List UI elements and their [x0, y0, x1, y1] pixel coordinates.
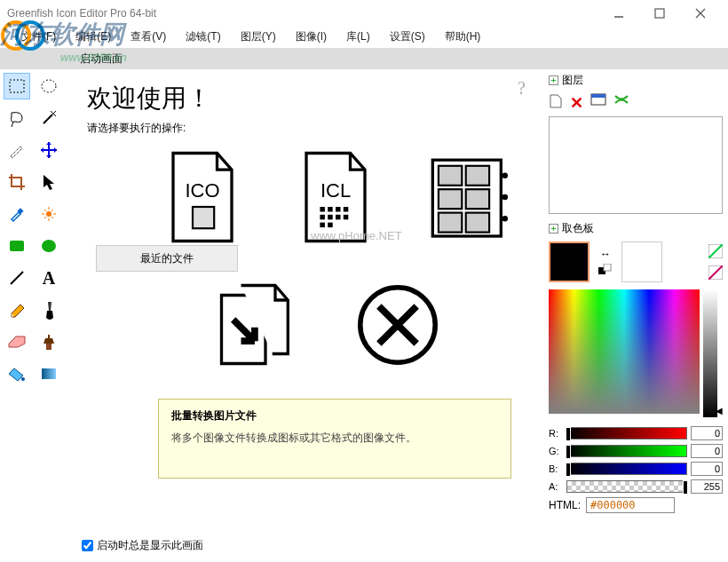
welcome-title: 欢迎使用！	[87, 82, 520, 115]
library-icon	[424, 148, 513, 246]
svg-rect-37	[328, 207, 333, 212]
g-label: G:	[549, 446, 563, 456]
r-input[interactable]	[691, 426, 723, 440]
b-slider[interactable]	[566, 463, 687, 475]
svg-rect-45	[328, 223, 333, 228]
tool-eraser[interactable]	[4, 328, 30, 355]
action-open-library[interactable]	[424, 148, 513, 249]
minimize-button[interactable]	[598, 0, 639, 27]
foreground-swatch[interactable]	[549, 241, 590, 282]
svg-line-24	[51, 210, 53, 211]
svg-rect-51	[439, 213, 462, 233]
tool-lasso[interactable]	[4, 105, 30, 131]
svg-line-11	[51, 111, 52, 113]
close-circle-icon	[353, 281, 442, 369]
merge-layer-icon[interactable]	[613, 93, 629, 113]
menu-library[interactable]: 库(L)	[343, 28, 374, 46]
tool-rectangle[interactable]	[4, 233, 30, 259]
menu-edit[interactable]: 编辑(E)	[72, 28, 115, 46]
right-panels: + 图层 ✕ + 取色板 ↔ ◀	[543, 69, 728, 562]
svg-point-10	[52, 113, 54, 115]
svg-rect-40	[320, 215, 325, 220]
action-new-icl[interactable]: ICL	[291, 148, 380, 249]
tool-line[interactable]	[4, 265, 30, 291]
value-slider[interactable]: ◀	[703, 289, 717, 417]
recent-files-button[interactable]: 最近的文件	[96, 245, 238, 272]
tool-move[interactable]	[36, 137, 62, 163]
tool-pencil[interactable]	[4, 297, 30, 323]
svg-point-27	[42, 240, 56, 252]
swap-colors-icon[interactable]: ↔	[600, 248, 611, 260]
tool-clone[interactable]	[36, 328, 62, 355]
menu-layers[interactable]: 图层(Y)	[237, 28, 280, 46]
tool-eyedropper[interactable]	[4, 201, 30, 227]
background-swatch[interactable]	[621, 241, 662, 282]
info-desc: 将多个图像文件转换成图标或其它格式的图像文件。	[171, 431, 498, 446]
titlebar: Greenfish Icon Editor Pro 64-bit	[0, 0, 728, 27]
expand-icon: +	[549, 75, 558, 85]
tool-fill[interactable]	[4, 360, 30, 387]
svg-point-31	[21, 377, 25, 381]
tool-pointer[interactable]	[36, 169, 62, 195]
workspace: ? 欢迎使用！ 请选择要执行的操作: ICO ICL	[69, 69, 543, 562]
tool-hotspot[interactable]	[36, 201, 62, 227]
tool-text[interactable]: A	[36, 265, 62, 291]
action-new-ico[interactable]: ICO	[158, 148, 247, 249]
tab-startup[interactable]: 启动画面	[71, 50, 131, 68]
startup-checkbox-input[interactable]	[82, 540, 93, 551]
maximize-button[interactable]	[639, 0, 680, 27]
startup-checkbox[interactable]: 启动时总是显示此画面	[82, 538, 203, 553]
svg-line-12	[54, 115, 56, 116]
svg-rect-60	[591, 94, 605, 98]
delete-layer-icon[interactable]: ✕	[570, 93, 583, 113]
expand-icon: +	[549, 224, 558, 234]
tool-pencil-select[interactable]	[4, 137, 30, 163]
color-panel-header[interactable]: + 取色板	[549, 221, 723, 236]
svg-rect-30	[48, 335, 50, 338]
transparent-swatch-icon[interactable]	[708, 244, 723, 258]
info-box: 批量转换图片文件 将多个图像文件转换成图标或其它格式的图像文件。	[158, 399, 511, 479]
menu-view[interactable]: 查看(V)	[127, 28, 170, 46]
b-label: B:	[549, 463, 563, 474]
g-slider[interactable]	[566, 445, 687, 457]
tool-crop[interactable]	[4, 169, 30, 195]
svg-rect-48	[466, 166, 489, 186]
html-input[interactable]	[586, 497, 675, 513]
a-slider[interactable]	[566, 480, 687, 493]
r-slider[interactable]	[566, 427, 687, 439]
menu-filters[interactable]: 滤镜(T)	[182, 28, 224, 46]
tool-ellipse-select[interactable]	[36, 73, 62, 99]
new-layer-icon[interactable]	[549, 93, 563, 113]
layers-panel-header[interactable]: + 图层	[549, 73, 723, 88]
b-input[interactable]	[691, 462, 723, 476]
action-batch-convert[interactable]	[211, 281, 300, 381]
layer-list[interactable]	[549, 116, 723, 214]
default-colors-icon[interactable]	[598, 264, 613, 276]
svg-text:ICL: ICL	[320, 179, 351, 202]
close-button[interactable]	[680, 0, 721, 27]
invert-swatch-icon[interactable]	[708, 265, 723, 280]
tool-gradient[interactable]	[36, 360, 62, 387]
color-spectrum[interactable]	[549, 289, 700, 414]
tool-wand[interactable]	[36, 105, 62, 131]
tool-ellipse[interactable]	[36, 233, 62, 259]
menu-help[interactable]: 帮助(H)	[441, 28, 485, 46]
svg-rect-42	[336, 215, 341, 220]
tool-rect-select[interactable]	[4, 73, 30, 99]
menu-image[interactable]: 图像(I)	[292, 28, 330, 46]
svg-rect-43	[344, 215, 349, 220]
a-input[interactable]	[691, 479, 723, 494]
svg-point-55	[502, 216, 508, 222]
g-input[interactable]	[691, 444, 723, 458]
layer-props-icon[interactable]	[590, 93, 606, 113]
help-icon[interactable]: ?	[518, 78, 526, 99]
svg-rect-38	[336, 207, 341, 212]
tool-brush[interactable]	[36, 297, 62, 323]
menu-settings[interactable]: 设置(S)	[386, 28, 429, 46]
menu-file[interactable]: 文件(F)	[18, 28, 59, 46]
toolbox: A	[0, 69, 69, 562]
svg-line-25	[44, 217, 46, 218]
action-close[interactable]	[353, 281, 442, 381]
svg-rect-41	[328, 215, 333, 220]
a-label: A:	[549, 481, 563, 492]
